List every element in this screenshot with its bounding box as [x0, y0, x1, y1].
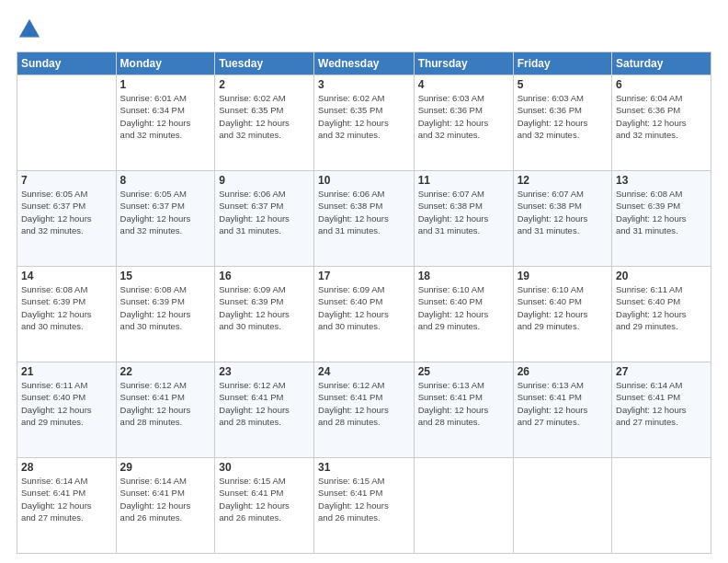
day-number: 20: [616, 270, 707, 282]
day-info: Sunrise: 6:09 AM Sunset: 6:40 PM Dayligh…: [318, 283, 410, 332]
calendar-cell: 21Sunrise: 6:11 AM Sunset: 6:40 PM Dayli…: [17, 362, 117, 458]
day-info: Sunrise: 6:15 AM Sunset: 6:41 PM Dayligh…: [219, 475, 310, 523]
calendar-week-row: 28Sunrise: 6:14 AM Sunset: 6:41 PM Dayli…: [17, 458, 711, 554]
day-info: Sunrise: 6:10 AM Sunset: 6:40 PM Dayligh…: [418, 283, 509, 332]
calendar-cell: 3Sunrise: 6:02 AM Sunset: 6:35 PM Daylig…: [314, 75, 415, 171]
calendar-cell: [17, 75, 117, 171]
calendar-cell: 18Sunrise: 6:10 AM Sunset: 6:40 PM Dayli…: [414, 267, 513, 362]
day-number: 27: [616, 365, 707, 378]
calendar-cell: 16Sunrise: 6:09 AM Sunset: 6:39 PM Dayli…: [215, 267, 314, 362]
day-header-tuesday: Tuesday: [215, 52, 314, 75]
day-number: 29: [120, 461, 211, 474]
day-info: Sunrise: 6:09 AM Sunset: 6:39 PM Dayligh…: [219, 283, 310, 332]
day-info: Sunrise: 6:12 AM Sunset: 6:41 PM Dayligh…: [120, 379, 211, 428]
day-number: 12: [518, 174, 608, 187]
calendar-cell: 13Sunrise: 6:08 AM Sunset: 6:39 PM Dayli…: [612, 171, 711, 267]
day-info: Sunrise: 6:01 AM Sunset: 6:34 PM Dayligh…: [120, 92, 211, 141]
day-number: 21: [21, 365, 112, 378]
calendar-cell: 8Sunrise: 6:05 AM Sunset: 6:37 PM Daylig…: [116, 171, 215, 267]
calendar-cell: 6Sunrise: 6:04 AM Sunset: 6:36 PM Daylig…: [612, 75, 711, 171]
day-number: 28: [21, 461, 112, 474]
calendar-cell: 24Sunrise: 6:12 AM Sunset: 6:41 PM Dayli…: [314, 362, 415, 458]
day-info: Sunrise: 6:02 AM Sunset: 6:35 PM Dayligh…: [318, 92, 410, 141]
day-info: Sunrise: 6:03 AM Sunset: 6:36 PM Dayligh…: [418, 92, 509, 141]
calendar-week-row: 14Sunrise: 6:08 AM Sunset: 6:39 PM Dayli…: [17, 267, 711, 362]
day-number: 18: [418, 270, 509, 282]
calendar-cell: 23Sunrise: 6:12 AM Sunset: 6:41 PM Dayli…: [215, 362, 314, 458]
calendar-cell: 26Sunrise: 6:13 AM Sunset: 6:41 PM Dayli…: [513, 362, 611, 458]
day-number: 9: [219, 174, 310, 187]
calendar-cell: 22Sunrise: 6:12 AM Sunset: 6:41 PM Dayli…: [116, 362, 215, 458]
calendar-cell: [414, 458, 513, 554]
day-info: Sunrise: 6:04 AM Sunset: 6:36 PM Dayligh…: [616, 92, 707, 141]
day-number: 5: [518, 78, 608, 91]
calendar-cell: [612, 458, 711, 554]
calendar-cell: 9Sunrise: 6:06 AM Sunset: 6:37 PM Daylig…: [215, 171, 314, 267]
header: [17, 17, 711, 42]
day-number: 19: [518, 270, 608, 282]
logo-icon: [17, 17, 42, 42]
calendar-cell: 1Sunrise: 6:01 AM Sunset: 6:34 PM Daylig…: [116, 75, 215, 171]
day-number: 16: [219, 270, 310, 282]
day-number: 2: [219, 78, 310, 91]
day-header-thursday: Thursday: [414, 52, 513, 75]
calendar-cell: 20Sunrise: 6:11 AM Sunset: 6:40 PM Dayli…: [612, 267, 711, 362]
day-info: Sunrise: 6:07 AM Sunset: 6:38 PM Dayligh…: [418, 188, 509, 236]
calendar-week-row: 7Sunrise: 6:05 AM Sunset: 6:37 PM Daylig…: [17, 171, 711, 267]
calendar-cell: 17Sunrise: 6:09 AM Sunset: 6:40 PM Dayli…: [314, 267, 415, 362]
day-info: Sunrise: 6:13 AM Sunset: 6:41 PM Dayligh…: [518, 379, 608, 428]
calendar-cell: 12Sunrise: 6:07 AM Sunset: 6:38 PM Dayli…: [513, 171, 611, 267]
calendar-week-row: 21Sunrise: 6:11 AM Sunset: 6:40 PM Dayli…: [17, 362, 711, 458]
day-number: 24: [318, 365, 410, 378]
calendar-header-row: SundayMondayTuesdayWednesdayThursdayFrid…: [17, 52, 711, 75]
day-number: 30: [219, 461, 310, 474]
day-header-saturday: Saturday: [612, 52, 711, 75]
day-number: 6: [616, 78, 707, 91]
day-info: Sunrise: 6:11 AM Sunset: 6:40 PM Dayligh…: [616, 283, 707, 332]
day-header-friday: Friday: [513, 52, 611, 75]
day-number: 14: [21, 270, 112, 282]
calendar-cell: 29Sunrise: 6:14 AM Sunset: 6:41 PM Dayli…: [116, 458, 215, 554]
calendar-cell: 7Sunrise: 6:05 AM Sunset: 6:37 PM Daylig…: [17, 171, 117, 267]
svg-marker-1: [20, 22, 39, 36]
day-number: 13: [616, 174, 707, 187]
day-info: Sunrise: 6:15 AM Sunset: 6:41 PM Dayligh…: [318, 475, 410, 523]
day-number: 26: [518, 365, 608, 378]
day-number: 1: [120, 78, 211, 91]
calendar-cell: 5Sunrise: 6:03 AM Sunset: 6:36 PM Daylig…: [513, 75, 611, 171]
calendar-cell: 14Sunrise: 6:08 AM Sunset: 6:39 PM Dayli…: [17, 267, 117, 362]
day-info: Sunrise: 6:14 AM Sunset: 6:41 PM Dayligh…: [120, 475, 211, 523]
calendar-cell: [513, 458, 611, 554]
calendar-cell: 25Sunrise: 6:13 AM Sunset: 6:41 PM Dayli…: [414, 362, 513, 458]
day-number: 8: [120, 174, 211, 187]
day-info: Sunrise: 6:12 AM Sunset: 6:41 PM Dayligh…: [219, 379, 310, 428]
day-info: Sunrise: 6:03 AM Sunset: 6:36 PM Dayligh…: [518, 92, 608, 141]
calendar-cell: 10Sunrise: 6:06 AM Sunset: 6:38 PM Dayli…: [314, 171, 415, 267]
day-info: Sunrise: 6:02 AM Sunset: 6:35 PM Dayligh…: [219, 92, 310, 141]
day-number: 22: [120, 365, 211, 378]
calendar-cell: 28Sunrise: 6:14 AM Sunset: 6:41 PM Dayli…: [17, 458, 117, 554]
day-number: 15: [120, 270, 211, 282]
calendar-cell: 30Sunrise: 6:15 AM Sunset: 6:41 PM Dayli…: [215, 458, 314, 554]
calendar-cell: 19Sunrise: 6:10 AM Sunset: 6:40 PM Dayli…: [513, 267, 611, 362]
day-info: Sunrise: 6:14 AM Sunset: 6:41 PM Dayligh…: [616, 379, 707, 428]
calendar-week-row: 1Sunrise: 6:01 AM Sunset: 6:34 PM Daylig…: [17, 75, 711, 171]
day-info: Sunrise: 6:08 AM Sunset: 6:39 PM Dayligh…: [616, 188, 707, 236]
day-number: 23: [219, 365, 310, 378]
day-header-wednesday: Wednesday: [314, 52, 415, 75]
day-info: Sunrise: 6:13 AM Sunset: 6:41 PM Dayligh…: [418, 379, 509, 428]
calendar-cell: 2Sunrise: 6:02 AM Sunset: 6:35 PM Daylig…: [215, 75, 314, 171]
day-info: Sunrise: 6:05 AM Sunset: 6:37 PM Dayligh…: [120, 188, 211, 236]
calendar-cell: 15Sunrise: 6:08 AM Sunset: 6:39 PM Dayli…: [116, 267, 215, 362]
calendar-cell: 31Sunrise: 6:15 AM Sunset: 6:41 PM Dayli…: [314, 458, 415, 554]
calendar-cell: 27Sunrise: 6:14 AM Sunset: 6:41 PM Dayli…: [612, 362, 711, 458]
calendar-table: SundayMondayTuesdayWednesdayThursdayFrid…: [17, 52, 711, 554]
day-header-monday: Monday: [116, 52, 215, 75]
day-number: 7: [21, 174, 112, 187]
day-info: Sunrise: 6:05 AM Sunset: 6:37 PM Dayligh…: [21, 188, 112, 236]
day-number: 11: [418, 174, 509, 187]
day-number: 17: [318, 270, 410, 282]
calendar-page: SundayMondayTuesdayWednesdayThursdayFrid…: [0, 0, 728, 563]
day-info: Sunrise: 6:10 AM Sunset: 6:40 PM Dayligh…: [518, 283, 608, 332]
day-info: Sunrise: 6:14 AM Sunset: 6:41 PM Dayligh…: [21, 475, 112, 523]
